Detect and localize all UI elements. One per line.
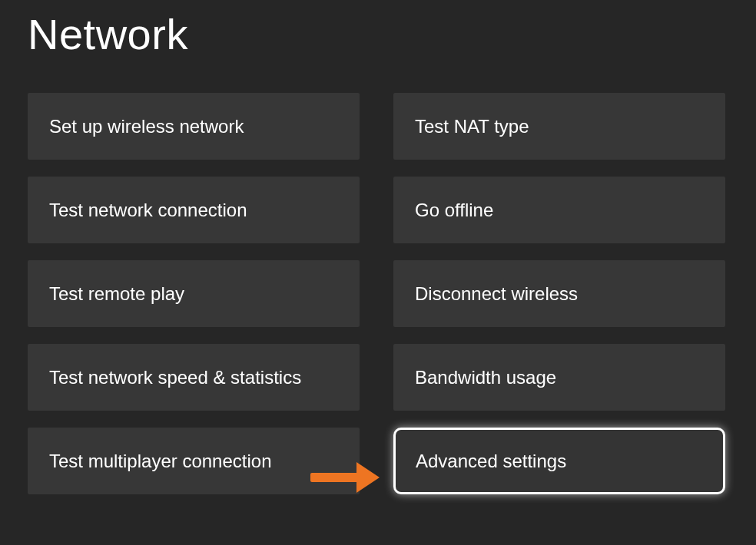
test-nat-type-button[interactable]: Test NAT type [393, 93, 725, 160]
tile-label: Test NAT type [415, 116, 529, 137]
tile-label: Disconnect wireless [415, 283, 578, 305]
test-network-speed-statistics-button[interactable]: Test network speed & statistics [28, 344, 360, 411]
tile-label: Go offline [415, 200, 493, 221]
test-remote-play-button[interactable]: Test remote play [28, 260, 360, 327]
left-column: Set up wireless network Test network con… [28, 93, 360, 494]
disconnect-wireless-button[interactable]: Disconnect wireless [393, 260, 725, 327]
tile-label: Test remote play [49, 283, 184, 305]
network-options-grid: Set up wireless network Test network con… [28, 93, 728, 494]
right-column: Test NAT type Go offline Disconnect wire… [393, 93, 725, 494]
tile-label: Advanced settings [416, 451, 566, 472]
tile-label: Set up wireless network [49, 116, 244, 137]
tile-label: Test network speed & statistics [49, 367, 301, 388]
bandwidth-usage-button[interactable]: Bandwidth usage [393, 344, 725, 411]
advanced-settings-button[interactable]: Advanced settings [393, 428, 725, 494]
test-multiplayer-connection-button[interactable]: Test multiplayer connection [28, 428, 360, 494]
set-up-wireless-network-button[interactable]: Set up wireless network [28, 93, 360, 160]
tile-label: Bandwidth usage [415, 367, 556, 388]
test-network-connection-button[interactable]: Test network connection [28, 177, 360, 243]
tile-label: Test network connection [49, 200, 247, 221]
tile-label: Test multiplayer connection [49, 451, 271, 472]
go-offline-button[interactable]: Go offline [393, 177, 725, 243]
page-title: Network [28, 0, 728, 93]
